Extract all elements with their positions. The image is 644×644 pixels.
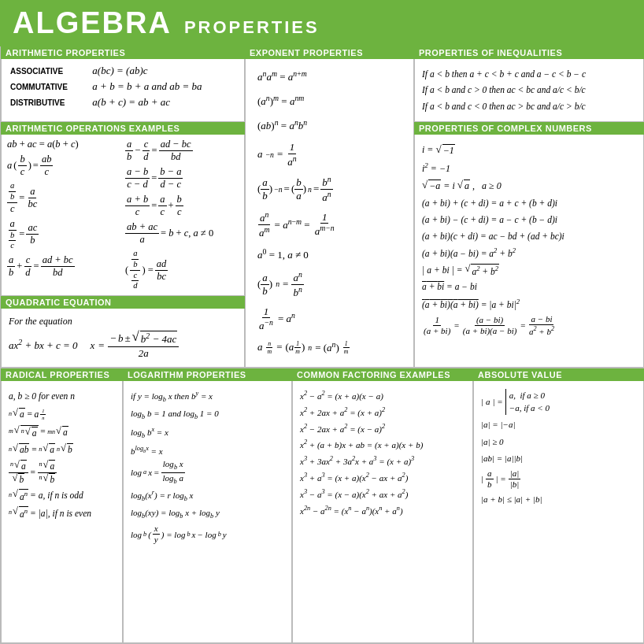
exp-rule-9: 1a−n = an xyxy=(257,305,295,333)
absolute-value-section: ABSOLUTE VALUE |a| = a, if a ≥ 0 −a, if … xyxy=(473,368,644,643)
rad-6: n√an = a, if n is odd xyxy=(9,488,115,504)
arith-op-4: abc = acb xyxy=(7,218,120,252)
associative-label: ASSOCIATIVE xyxy=(7,63,89,79)
log-3: logb bx = x xyxy=(131,424,284,441)
exponent-properties-section: EXPONENT PROPERTIES anam = an+m (an)m = … xyxy=(245,46,414,368)
arith-op-3: abc = abc xyxy=(7,181,120,215)
abs-2: |a| = |−a| xyxy=(481,417,637,432)
complex-9: a + bi = a − bi xyxy=(422,279,637,294)
arith-op-r1: ab − cd = ad − bcbd xyxy=(125,139,239,163)
logarithm-title: LOGARITHM PROPERTIES xyxy=(123,368,292,381)
arith-op-1: ab + ac = a(b + c) xyxy=(7,139,120,150)
arith-op-r3: a + bc = ac + bc xyxy=(125,194,239,218)
ineq-rule-2: If a < b and c > 0 then ac < bc and a/c … xyxy=(422,83,637,97)
exp-rule-4: a−n = 1an xyxy=(257,141,298,168)
commutative-formula: a + b = b + a and ab = ba xyxy=(89,79,239,94)
rad-1: a, b ≥ 0 for even n xyxy=(9,389,115,405)
complex-7: (a + bi)(a − bi) = a2 + b2 xyxy=(422,245,637,261)
arithmetic-properties-title: ARITHMETIC PROPERTIES xyxy=(1,46,245,59)
distributive-formula: a(b + c) = ab + ac xyxy=(89,94,239,110)
inequalities-section: PROPERTIES OF INEQUALITIES If a < b then… xyxy=(414,46,644,122)
radical-title: RADICAL PROPERTIES xyxy=(1,368,123,381)
complex-2: i2 = −1 xyxy=(422,160,637,177)
exp-rule-5: (ab) −n = (ba) n = bnan xyxy=(257,175,333,204)
log-8: logb(xy) = logb x − logb y xyxy=(131,524,284,545)
rad-4: n√ab = n√a n√b xyxy=(9,442,115,458)
log-5: loga x = logb xlogb a xyxy=(131,459,284,485)
complex-10: (a + bi)(a + bi) = |a + bi|2 xyxy=(422,296,637,313)
abs-5: |ab| = |a||b| xyxy=(481,468,637,490)
complex-5: (a + bi) − (c + di) = a − c + (b − d)i xyxy=(422,213,637,228)
title-properties: PROPERTIES xyxy=(184,17,320,38)
inequalities-title: PROPERTIES OF INEQUALITIES xyxy=(414,46,644,59)
complex-8: |a + bi| = √a2 + b2 xyxy=(422,263,637,278)
ineq-rule-1: If a < b then a + c < b + c and a − c < … xyxy=(422,67,637,81)
exp-rule-7: a0 = 1, a ≠ 0 xyxy=(257,246,309,264)
fact-5: x3 + 3ax2 + 3a2x + a3 = (x + a)3 xyxy=(300,453,465,468)
complex-numbers-title: PROPERTIES OF COMPLEX NUMBERS xyxy=(414,122,644,135)
ineq-rule-3: If a < b and c < 0 then ac > bc and a/c … xyxy=(422,99,637,113)
quadratic-title: QUADRATIC EQUATION xyxy=(1,296,245,309)
complex-4: (a + bi) + (c + di) = a + c + (b + d)i xyxy=(422,196,637,211)
rad-3: m√n√a = mn√a xyxy=(9,424,115,440)
exp-rule-8: (ab) n = anbn xyxy=(257,270,304,299)
quadratic-desc: For the equation xyxy=(9,316,237,328)
quadratic-eq: ax2 + bx + c = 0 xyxy=(9,338,78,352)
fact-1: x2 − a2 = (x + a)(x − a) xyxy=(300,388,465,403)
complex-numbers-section: PROPERTIES OF COMPLEX NUMBERS i = √−1 i2… xyxy=(414,122,644,368)
arith-op-r5: ( abcd ) = adbc xyxy=(125,249,239,291)
abs-6: |a + b| ≤ |a| + |b| xyxy=(481,492,637,507)
arith-op-2: a(bc) = abc xyxy=(7,154,120,178)
complex-3: √−a = i√a , a ≥ 0 xyxy=(422,179,637,194)
arithmetic-ops-section: ARITHMETIC OPERATIONS EXAMPLES ab + ac =… xyxy=(1,122,245,296)
log-7: logb(xy) = logb x + logb y xyxy=(131,505,284,522)
arith-ops-right: ab − cd = ad − bcbd a − bc − d = b − ad … xyxy=(125,139,239,291)
exp-rule-6: anam = an−m = 1am−n xyxy=(257,210,336,239)
fact-3: x2 − 2ax + a2 = (x − a)2 xyxy=(300,421,465,436)
log-4: blogbx = x xyxy=(131,443,284,458)
commutative-label: COMMUTATIVE xyxy=(7,79,89,94)
abs-3: |a| ≥ 0 xyxy=(481,435,637,450)
fact-6: x3 + a3 = (x + a)(x2 − ax + a2) xyxy=(300,470,465,485)
factoring-title: COMMON FACTORING EXAMPLES xyxy=(292,368,473,381)
exp-rule-3: (ab)n = anbn xyxy=(257,117,307,135)
quadratic-formula: x = −b ± √b2 − 4ac 2a xyxy=(91,331,180,360)
log-2: logb b = 1 and logb 1 = 0 xyxy=(131,406,284,423)
page: ALGEBRA PROPERTIES ARITHMETIC PROPERTIES… xyxy=(0,0,644,644)
arithmetic-properties-section: ARITHMETIC PROPERTIES ASSOCIATIVE a(bc) … xyxy=(1,46,245,122)
exponent-properties-title: EXPONENT PROPERTIES xyxy=(245,46,414,59)
fact-7: x3 − a3 = (x − a)(x2 + ax + a2) xyxy=(300,487,465,502)
abs-1: |a| = a, if a ≥ 0 −a, if a < 0 xyxy=(481,389,637,415)
arith-op-5: ab + cd = ad + bcbd xyxy=(7,254,120,279)
header: ALGEBRA PROPERTIES xyxy=(0,0,644,46)
exp-rule-1: anam = an+m xyxy=(257,68,307,86)
arithmetic-ops-title: ARITHMETIC OPERATIONS EXAMPLES xyxy=(1,122,245,135)
logarithm-section: LOGARITHM PROPERTIES if y = logb x then … xyxy=(123,368,292,643)
fact-4: x2 + (a + b)x + ab = (x + a)(x + b) xyxy=(300,437,465,452)
radical-section: RADICAL PROPERTIES a, b ≥ 0 for even n n… xyxy=(1,368,123,643)
log-6: logb(xr) = r logb x xyxy=(131,487,284,504)
exp-rule-10: anm = (a1m) n = (an) 1m xyxy=(257,339,350,357)
fact-8: x2n − a2n = (xn − an)(xn + an) xyxy=(300,503,465,518)
rad-5: n√a √b = n√a n√b xyxy=(9,460,115,486)
log-1: if y = logb x then by = x xyxy=(131,388,284,405)
factoring-section: COMMON FACTORING EXAMPLES x2 − a2 = (x +… xyxy=(292,368,473,643)
complex-1: i = √−1 xyxy=(422,142,637,158)
distributive-label: DISTRIBUTIVE xyxy=(7,94,89,110)
abs-4: |ab| = |a||b| xyxy=(481,451,637,466)
title-algebra: ALGEBRA xyxy=(13,6,172,40)
complex-11: 1(a + bi) = (a − bi)(a + bi)(a − bi) = a… xyxy=(422,314,637,337)
exp-rule-2: (an)m = anm xyxy=(257,92,304,110)
rad-7: n√an = |a|, if n is even xyxy=(9,506,115,522)
arith-ops-left: ab + ac = a(b + c) a(bc) = abc abc = abc… xyxy=(7,139,120,291)
arith-op-r4: ab + aca = b + c, a ≠ 0 xyxy=(125,221,239,246)
absolute-value-title: ABSOLUTE VALUE xyxy=(473,368,644,381)
complex-6: (a + bi)(c + di) = ac − bd + (ad + bc)i xyxy=(422,229,637,244)
rad-2: n√a = a1n xyxy=(9,407,115,423)
arith-op-r2: a − bc − d = b − ad − c xyxy=(125,166,239,191)
quadratic-section: QUADRATIC EQUATION For the equation ax2 … xyxy=(1,296,245,368)
associative-formula: a(bc) = (ab)c xyxy=(89,63,239,79)
fact-2: x2 + 2ax + a2 = (x + a)2 xyxy=(300,405,465,420)
